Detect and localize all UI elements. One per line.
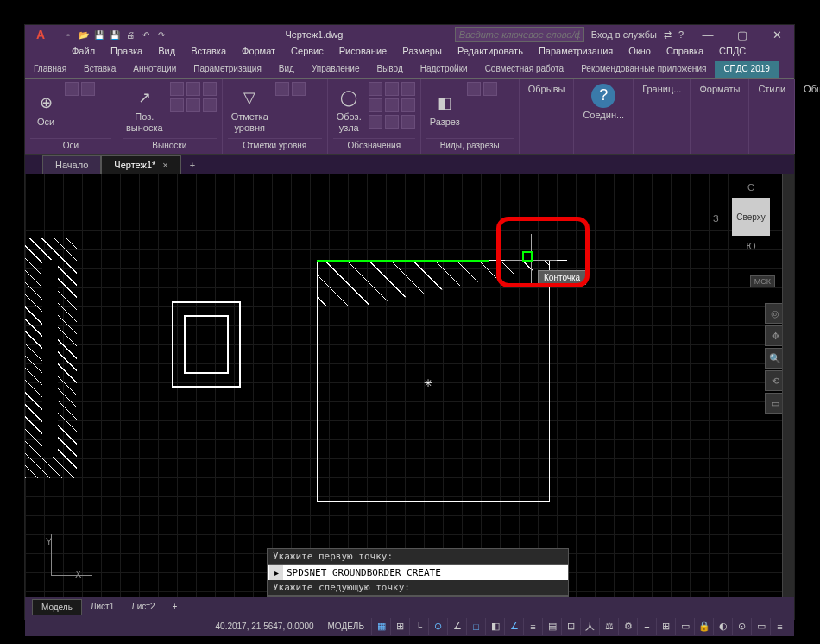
menu-dimension[interactable]: Размеры: [395, 44, 449, 61]
small-btn[interactable]: [385, 82, 399, 96]
customize-icon[interactable]: ≡: [770, 618, 789, 635]
app-menu-icon[interactable]: A: [25, 25, 56, 44]
ortho-toggle-icon[interactable]: └: [409, 618, 428, 635]
small-btn[interactable]: [385, 98, 399, 112]
menu-window[interactable]: Окно: [621, 44, 658, 61]
small-btn[interactable]: [203, 98, 217, 112]
menu-format[interactable]: Формат: [235, 44, 282, 61]
viewcube[interactable]: С З В Сверху Ю: [716, 182, 785, 268]
small-btn[interactable]: [203, 82, 217, 96]
small-btn[interactable]: [369, 82, 382, 96]
menu-draw[interactable]: Рисование: [332, 44, 394, 61]
exchange-icon[interactable]: ⇄: [664, 29, 672, 41]
menu-parametric[interactable]: Параметризация: [532, 44, 620, 61]
ribbon-tab-addins[interactable]: Надстройки: [412, 61, 476, 78]
node-button[interactable]: ◯Обоз. узла: [333, 82, 365, 136]
undo-icon[interactable]: ↶: [139, 28, 153, 41]
transparency-toggle-icon[interactable]: ▤: [542, 618, 561, 635]
breaks-button[interactable]: Обрывы: [525, 82, 569, 96]
menu-help[interactable]: Справка: [659, 44, 710, 61]
styles-button[interactable]: Стили: [754, 82, 789, 96]
iso-toggle-icon[interactable]: ∠: [447, 618, 466, 635]
signin-button[interactable]: Вход в службы: [591, 29, 657, 40]
snap-toggle-icon[interactable]: ⊞: [390, 618, 409, 635]
ribbon-tab-home[interactable]: Главная: [25, 61, 75, 78]
layout-tab-sheet2[interactable]: Лист2: [123, 599, 163, 614]
wcs-label[interactable]: МСК: [750, 275, 775, 287]
ribbon-tab-annotate[interactable]: Аннотации: [124, 61, 185, 78]
redo-icon[interactable]: ↷: [155, 28, 168, 41]
cmd-prompt-icon[interactable]: ▸: [269, 565, 283, 580]
status-model-button[interactable]: МОДЕЛЬ: [321, 620, 371, 633]
annotation-toggle-icon[interactable]: 人: [580, 618, 599, 635]
hardware-icon[interactable]: ⊙: [732, 618, 751, 635]
osnap-toggle-icon[interactable]: □: [466, 618, 485, 635]
small-btn[interactable]: [81, 82, 95, 96]
cycling-toggle-icon[interactable]: ⊡: [561, 618, 580, 635]
saveas-icon[interactable]: 💾: [108, 28, 122, 41]
open-icon[interactable]: 📂: [77, 28, 91, 41]
small-btn[interactable]: [385, 115, 399, 129]
save-icon[interactable]: 💾: [92, 28, 106, 41]
3dosnap-toggle-icon[interactable]: ◧: [485, 618, 504, 635]
small-btn[interactable]: [467, 82, 481, 96]
small-btn[interactable]: [65, 82, 79, 96]
viewcube-top-face[interactable]: Сверху: [732, 198, 770, 236]
menu-insert[interactable]: Вставка: [184, 44, 233, 61]
small-btn[interactable]: [401, 82, 415, 96]
command-line[interactable]: Укажите первую точку: ▸ Укажите следующу…: [267, 548, 569, 597]
doc-tab-start[interactable]: Начало: [42, 155, 101, 174]
formats-button[interactable]: Форматы: [696, 82, 743, 96]
menu-view[interactable]: Вид: [151, 44, 182, 61]
small-btn[interactable]: [401, 98, 415, 112]
ribbon-tab-collaborate[interactable]: Совместная работа: [476, 61, 573, 78]
borders-button[interactable]: Границ...: [639, 82, 684, 96]
small-btn[interactable]: [292, 82, 306, 96]
quickprops-icon[interactable]: ▭: [675, 618, 694, 635]
otrack-toggle-icon[interactable]: ∠: [504, 618, 523, 635]
ribbon-tab-manage[interactable]: Управление: [303, 61, 369, 78]
help-icon[interactable]: ?: [678, 29, 684, 40]
workspace-icon[interactable]: ⚙: [618, 618, 637, 635]
annoscale-icon[interactable]: ⚖: [599, 618, 618, 635]
leader-button[interactable]: ↗Поз. выноска: [123, 82, 167, 136]
ribbon-tab-spds[interactable]: СПДС 2019: [715, 61, 778, 78]
close-tab-icon[interactable]: ×: [162, 160, 167, 170]
isolate-icon[interactable]: ◐: [713, 618, 732, 635]
compass-south[interactable]: Ю: [716, 241, 785, 251]
axes-button[interactable]: ⊕Оси: [30, 82, 61, 136]
polar-toggle-icon[interactable]: ⊙: [428, 618, 447, 635]
close-button[interactable]: ✕: [760, 25, 794, 44]
ribbon-tab-parametric[interactable]: Параметризация: [185, 61, 270, 78]
compass-north[interactable]: С: [716, 182, 785, 193]
lock-ui-icon[interactable]: 🔒: [694, 618, 713, 635]
level-button[interactable]: ▽Отметка уровня: [228, 82, 272, 136]
small-btn[interactable]: [369, 98, 382, 112]
small-btn[interactable]: [369, 115, 382, 129]
annomonitor-icon[interactable]: +: [637, 618, 656, 635]
minimize-button[interactable]: —: [691, 25, 725, 44]
small-btn[interactable]: [170, 98, 184, 112]
cleanscreen-icon[interactable]: ▭: [751, 618, 770, 635]
menu-edit[interactable]: Правка: [104, 44, 149, 61]
maximize-button[interactable]: ▢: [725, 25, 760, 44]
small-btn[interactable]: [483, 82, 497, 96]
small-btn[interactable]: [401, 115, 415, 129]
menu-spds[interactable]: СПДС: [712, 44, 753, 61]
search-input[interactable]: [455, 27, 584, 42]
doc-tab-drawing1[interactable]: Чертеж1*×: [101, 155, 180, 174]
lineweight-toggle-icon[interactable]: ≡: [523, 618, 542, 635]
ribbon-tab-output[interactable]: Вывод: [369, 61, 412, 78]
layout-tab-model[interactable]: Модель: [32, 599, 82, 615]
compass-west[interactable]: З: [713, 213, 719, 224]
plot-icon[interactable]: 🖨: [123, 28, 137, 41]
layout-tab-add[interactable]: +: [164, 599, 186, 614]
units-icon[interactable]: ⊞: [656, 618, 675, 635]
vertical-scrollbar[interactable]: [782, 174, 794, 597]
ribbon-tab-featured[interactable]: Рекомендованные приложения: [572, 61, 715, 78]
section-button[interactable]: ◧Разрез: [426, 82, 464, 136]
menu-file[interactable]: Файл: [65, 44, 102, 61]
small-btn[interactable]: [186, 82, 200, 96]
menu-modify[interactable]: Редактировать: [451, 44, 530, 61]
menu-tools[interactable]: Сервис: [284, 44, 331, 61]
